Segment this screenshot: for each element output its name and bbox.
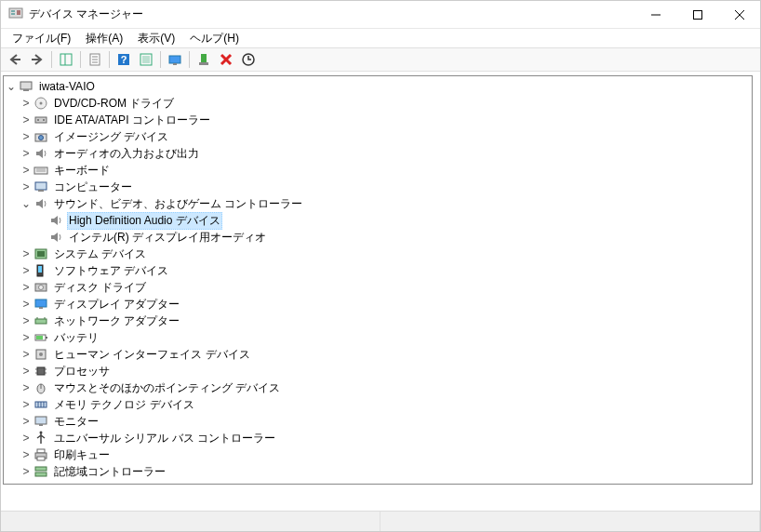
expand-icon[interactable]: > [19, 162, 33, 179]
svg-rect-44 [38, 266, 42, 273]
hid-icon [33, 347, 48, 362]
svg-rect-5 [693, 10, 701, 19]
speaker-icon [48, 213, 63, 228]
status-bar [1, 511, 760, 531]
expand-icon[interactable]: > [19, 313, 33, 329]
uninstall-button[interactable] [216, 49, 236, 70]
enable-button[interactable] [194, 49, 214, 70]
collapse-icon[interactable]: ⌄ [19, 195, 33, 212]
svg-rect-19 [142, 56, 150, 63]
expand-icon[interactable]: ⌄ [4, 78, 19, 95]
svg-rect-74 [35, 467, 47, 471]
tree-item[interactable]: > モニター [4, 413, 752, 430]
expand-icon[interactable]: > [19, 413, 33, 430]
tree-item-label: ネットワーク アダプター [52, 313, 181, 330]
update-driver-button[interactable] [238, 49, 259, 70]
svg-rect-39 [35, 182, 47, 190]
tree-item-label: マウスとそのほかのポインティング デバイス [52, 379, 282, 397]
expand-icon[interactable]: > [19, 329, 33, 346]
tree-item[interactable]: > マウスとそのほかのポインティング デバイス [4, 379, 752, 396]
show-hide-console-button[interactable] [56, 49, 76, 70]
expand-icon[interactable]: > [19, 246, 33, 262]
expand-icon[interactable]: > [19, 463, 33, 480]
tree-item[interactable]: > メモリ テクノロジ デバイス [4, 396, 752, 413]
menu-help[interactable]: ヘルプ(H) [182, 29, 247, 48]
tree-item-label: イメージング デバイス [52, 128, 170, 146]
tree-item[interactable]: > イメージング デバイス [4, 128, 752, 145]
svg-rect-69 [39, 424, 43, 426]
action-button[interactable] [136, 49, 156, 70]
expand-icon[interactable]: > [19, 363, 33, 379]
svg-rect-31 [35, 117, 47, 123]
expand-icon[interactable]: > [19, 296, 33, 313]
tree-item[interactable]: > バッテリ [4, 329, 752, 346]
svg-point-70 [40, 432, 43, 434]
expand-icon[interactable]: > [19, 379, 33, 396]
svg-rect-71 [37, 449, 45, 453]
back-button[interactable] [5, 49, 25, 70]
computer-icon [33, 180, 48, 194]
tree-item[interactable]: > プロセッサ [4, 363, 752, 379]
svg-rect-10 [60, 54, 72, 65]
battery-icon [33, 330, 48, 345]
device-tree[interactable]: ⌄ iwata-VAIO > DVD/CD-ROM ドライブ > IDE ATA… [1, 72, 760, 511]
svg-rect-53 [46, 337, 47, 339]
tree-item[interactable]: > オーディオの入力および出力 [4, 145, 752, 162]
svg-rect-23 [199, 62, 208, 65]
keyboard-icon [33, 163, 48, 178]
svg-rect-27 [20, 82, 32, 89]
expand-icon[interactable]: > [19, 95, 33, 112]
expand-icon[interactable]: > [19, 145, 33, 162]
tree-item[interactable]: > ディスク ドライブ [4, 279, 752, 296]
forward-button[interactable] [27, 49, 47, 70]
expand-icon[interactable]: > [19, 396, 33, 413]
tree-item-audio-device[interactable]: インテル(R) ディスプレイ用オーディオ [4, 229, 752, 246]
expand-icon[interactable]: > [19, 279, 33, 296]
maximize-button[interactable] [676, 1, 718, 28]
menu-file[interactable]: ファイル(F) [5, 29, 78, 48]
tree-item[interactable]: > システム デバイス [4, 246, 752, 262]
scan-hardware-button[interactable] [165, 49, 185, 70]
tree-item[interactable]: > ネットワーク アダプター [4, 313, 752, 329]
svg-rect-54 [36, 336, 43, 339]
svg-rect-49 [35, 319, 47, 324]
properties-button[interactable] [85, 49, 105, 70]
tree-item[interactable]: > 印刷キュー [4, 446, 752, 463]
expand-icon[interactable]: > [19, 446, 33, 463]
tree-item[interactable]: > ディスプレイ アダプター [4, 296, 752, 313]
window-controls [634, 1, 760, 28]
tree-item[interactable]: > IDE ATA/ATAPI コントローラー [4, 112, 752, 128]
expand-icon[interactable]: > [19, 128, 33, 145]
expand-icon[interactable]: > [19, 179, 33, 195]
minimize-button[interactable] [634, 1, 676, 28]
expand-icon[interactable]: > [19, 346, 33, 363]
help-button[interactable]: ? [113, 49, 134, 70]
menu-action[interactable]: 操作(A) [78, 29, 130, 48]
tree-root[interactable]: ⌄ iwata-VAIO [4, 78, 752, 95]
usb-icon [33, 431, 48, 446]
expand-icon[interactable]: > [19, 262, 33, 279]
tree-item-label: キーボード [52, 162, 112, 180]
tree-item[interactable]: > ユニバーサル シリアル バス コントローラー [4, 430, 752, 446]
expand-icon[interactable]: > [19, 112, 33, 128]
titlebar: デバイス マネージャー [1, 1, 760, 29]
mouse-icon [33, 380, 48, 395]
tree-item[interactable]: > キーボード [4, 162, 752, 179]
menu-view[interactable]: 表示(V) [130, 29, 182, 48]
tree-item[interactable]: > コンピューター [4, 179, 752, 195]
tree-item-label: ディスプレイ アダプター [52, 296, 181, 313]
expand-icon[interactable]: > [19, 430, 33, 446]
tree-item-sound[interactable]: ⌄ サウンド、ビデオ、およびゲーム コントローラー [4, 195, 752, 212]
svg-point-32 [37, 119, 39, 121]
svg-rect-57 [37, 367, 45, 375]
tree-item[interactable]: > ソフトウェア デバイス [4, 262, 752, 279]
svg-point-35 [39, 136, 44, 140]
tree-item[interactable]: > 記憶域コントローラー [4, 463, 752, 480]
tree-item-audio-device[interactable]: High Definition Audio デバイス [4, 212, 752, 229]
svg-point-46 [39, 286, 44, 290]
svg-rect-48 [39, 307, 43, 309]
tree-item[interactable]: > ヒューマン インターフェイス デバイス [4, 346, 752, 363]
tree-item[interactable]: > DVD/CD-ROM ドライブ [4, 95, 752, 112]
close-button[interactable] [718, 1, 760, 28]
storage-icon [33, 464, 48, 479]
